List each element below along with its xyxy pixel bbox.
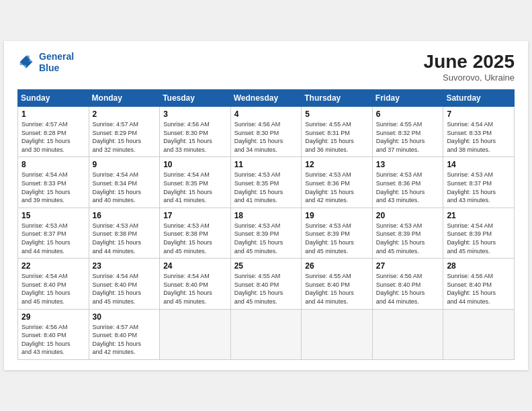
day-info: Sunrise: 4:53 AMSunset: 8:36 PMDaylight:…	[305, 171, 369, 204]
day-number: 9	[93, 160, 157, 169]
day-number: 24	[163, 261, 227, 271]
day-number: 19	[305, 211, 369, 220]
day-number: 27	[376, 261, 440, 271]
day-info: Sunrise: 4:54 AMSunset: 8:40 PMDaylight:…	[163, 272, 227, 306]
calendar-cell	[230, 309, 302, 359]
calendar-cell: 4Sunrise: 4:56 AMSunset: 8:30 PMDaylight…	[230, 107, 302, 157]
day-info: Sunrise: 4:57 AMSunset: 8:40 PMDaylight:…	[93, 323, 157, 357]
day-number: 7	[447, 109, 511, 119]
calendar-cell: 13Sunrise: 4:53 AMSunset: 8:36 PMDayligh…	[372, 157, 443, 208]
col-monday: Monday	[89, 90, 160, 107]
calendar-cell: 6Sunrise: 4:55 AMSunset: 8:32 PMDaylight…	[372, 107, 443, 157]
calendar-cell	[160, 309, 231, 359]
calendar-cell: 24Sunrise: 4:54 AMSunset: 8:40 PMDayligh…	[160, 259, 231, 309]
calendar-cell: 29Sunrise: 4:56 AMSunset: 8:40 PMDayligh…	[18, 309, 89, 359]
calendar-cell: 22Sunrise: 4:54 AMSunset: 8:40 PMDayligh…	[18, 259, 89, 309]
day-info: Sunrise: 4:54 AMSunset: 8:39 PMDaylight:…	[447, 222, 511, 255]
day-number: 26	[305, 261, 369, 271]
calendar-header-row: Sunday Monday Tuesday Wednesday Thursday…	[18, 90, 515, 107]
day-info: Sunrise: 4:53 AMSunset: 8:37 PMDaylight:…	[447, 171, 511, 204]
location-subtitle: Suvorovo, Ukraine	[424, 73, 515, 83]
day-info: Sunrise: 4:53 AMSunset: 8:37 PMDaylight:…	[21, 222, 85, 255]
calendar-cell: 10Sunrise: 4:54 AMSunset: 8:35 PMDayligh…	[160, 157, 231, 208]
day-info: Sunrise: 4:57 AMSunset: 8:28 PMDaylight:…	[21, 120, 85, 154]
calendar-cell: 3Sunrise: 4:56 AMSunset: 8:30 PMDaylight…	[160, 107, 231, 157]
calendar-cell: 25Sunrise: 4:55 AMSunset: 8:40 PMDayligh…	[230, 259, 302, 309]
day-number: 5	[305, 109, 369, 119]
calendar-container: General Blue June 2025 Suvorovo, Ukraine…	[4, 41, 528, 370]
calendar-cell: 21Sunrise: 4:54 AMSunset: 8:39 PMDayligh…	[443, 208, 515, 258]
day-info: Sunrise: 4:53 AMSunset: 8:36 PMDaylight:…	[376, 171, 440, 204]
title-block: June 2025 Suvorovo, Ukraine	[424, 51, 515, 83]
day-info: Sunrise: 4:53 AMSunset: 8:38 PMDaylight:…	[163, 222, 227, 255]
day-info: Sunrise: 4:54 AMSunset: 8:34 PMDaylight:…	[93, 171, 157, 204]
day-number: 3	[163, 109, 227, 119]
col-wednesday: Wednesday	[230, 90, 302, 107]
calendar-cell: 20Sunrise: 4:53 AMSunset: 8:39 PMDayligh…	[372, 208, 443, 258]
calendar-grid: Sunday Monday Tuesday Wednesday Thursday…	[17, 89, 515, 360]
day-number: 18	[234, 211, 298, 220]
calendar-cell: 2Sunrise: 4:57 AMSunset: 8:29 PMDaylight…	[89, 107, 160, 157]
day-info: Sunrise: 4:55 AMSunset: 8:32 PMDaylight:…	[376, 120, 440, 154]
day-number: 28	[447, 261, 511, 271]
calendar-cell: 19Sunrise: 4:53 AMSunset: 8:39 PMDayligh…	[302, 208, 373, 258]
calendar-week-row: 22Sunrise: 4:54 AMSunset: 8:40 PMDayligh…	[18, 259, 515, 309]
calendar-cell: 15Sunrise: 4:53 AMSunset: 8:37 PMDayligh…	[18, 208, 89, 258]
day-number: 2	[93, 109, 157, 119]
calendar-cell	[372, 309, 443, 359]
day-number: 10	[163, 160, 227, 169]
calendar-cell: 1Sunrise: 4:57 AMSunset: 8:28 PMDaylight…	[18, 107, 89, 157]
day-info: Sunrise: 4:53 AMSunset: 8:39 PMDaylight:…	[234, 222, 298, 255]
calendar-week-row: 29Sunrise: 4:56 AMSunset: 8:40 PMDayligh…	[18, 309, 515, 359]
calendar-cell: 18Sunrise: 4:53 AMSunset: 8:39 PMDayligh…	[230, 208, 302, 258]
day-info: Sunrise: 4:53 AMSunset: 8:35 PMDaylight:…	[234, 171, 298, 204]
day-number: 12	[305, 160, 369, 169]
calendar-cell: 8Sunrise: 4:54 AMSunset: 8:33 PMDaylight…	[18, 157, 89, 208]
day-number: 23	[93, 261, 157, 271]
day-number: 29	[21, 312, 85, 322]
col-tuesday: Tuesday	[160, 90, 231, 107]
day-number: 11	[234, 160, 298, 169]
calendar-cell: 17Sunrise: 4:53 AMSunset: 8:38 PMDayligh…	[160, 208, 231, 258]
logo-line2: Blue	[39, 62, 59, 73]
day-info: Sunrise: 4:53 AMSunset: 8:39 PMDaylight:…	[376, 222, 440, 255]
logo: General Blue	[17, 51, 74, 74]
calendar-header: General Blue June 2025 Suvorovo, Ukraine	[17, 51, 515, 83]
day-number: 8	[21, 160, 85, 169]
calendar-cell: 27Sunrise: 4:56 AMSunset: 8:40 PMDayligh…	[372, 259, 443, 309]
day-number: 22	[21, 261, 85, 271]
logo-text: General Blue	[39, 51, 74, 74]
day-info: Sunrise: 4:53 AMSunset: 8:38 PMDaylight:…	[93, 222, 157, 255]
col-sunday: Sunday	[18, 90, 89, 107]
calendar-cell: 23Sunrise: 4:54 AMSunset: 8:40 PMDayligh…	[89, 259, 160, 309]
calendar-week-row: 15Sunrise: 4:53 AMSunset: 8:37 PMDayligh…	[18, 208, 515, 258]
day-info: Sunrise: 4:56 AMSunset: 8:30 PMDaylight:…	[163, 120, 227, 154]
day-number: 13	[376, 160, 440, 169]
calendar-cell: 16Sunrise: 4:53 AMSunset: 8:38 PMDayligh…	[89, 208, 160, 258]
day-number: 25	[234, 261, 298, 271]
day-number: 15	[21, 211, 85, 220]
day-info: Sunrise: 4:54 AMSunset: 8:33 PMDaylight:…	[21, 171, 85, 204]
logo-icon	[17, 53, 36, 72]
day-number: 14	[447, 160, 511, 169]
calendar-cell	[443, 309, 515, 359]
day-number: 16	[93, 211, 157, 220]
day-number: 20	[376, 211, 440, 220]
day-info: Sunrise: 4:56 AMSunset: 8:30 PMDaylight:…	[234, 120, 298, 154]
day-info: Sunrise: 4:54 AMSunset: 8:40 PMDaylight:…	[21, 272, 85, 306]
day-number: 6	[376, 109, 440, 119]
calendar-cell: 30Sunrise: 4:57 AMSunset: 8:40 PMDayligh…	[89, 309, 160, 359]
day-info: Sunrise: 4:54 AMSunset: 8:35 PMDaylight:…	[163, 171, 227, 204]
day-info: Sunrise: 4:54 AMSunset: 8:40 PMDaylight:…	[93, 272, 157, 306]
calendar-cell: 5Sunrise: 4:55 AMSunset: 8:31 PMDaylight…	[302, 107, 373, 157]
day-info: Sunrise: 4:55 AMSunset: 8:40 PMDaylight:…	[234, 272, 298, 306]
col-friday: Friday	[372, 90, 443, 107]
day-number: 30	[93, 312, 157, 322]
calendar-cell: 11Sunrise: 4:53 AMSunset: 8:35 PMDayligh…	[230, 157, 302, 208]
day-info: Sunrise: 4:56 AMSunset: 8:40 PMDaylight:…	[21, 323, 85, 357]
calendar-cell: 28Sunrise: 4:56 AMSunset: 8:40 PMDayligh…	[443, 259, 515, 309]
calendar-cell: 7Sunrise: 4:54 AMSunset: 8:33 PMDaylight…	[443, 107, 515, 157]
month-title: June 2025	[424, 51, 515, 73]
day-number: 21	[447, 211, 511, 220]
day-info: Sunrise: 4:55 AMSunset: 8:31 PMDaylight:…	[305, 120, 369, 154]
